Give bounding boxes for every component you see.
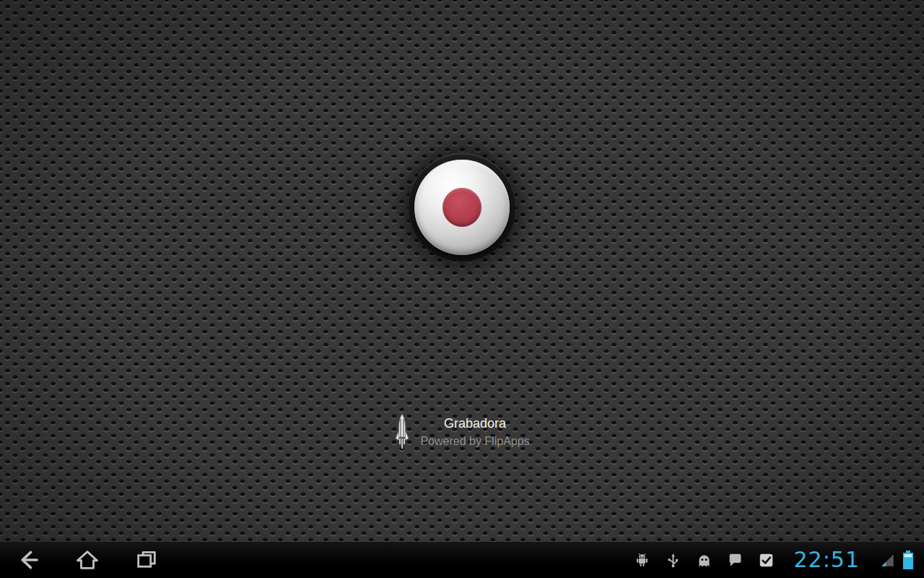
usb-debugging-icon [635,553,650,568]
battery-icon [902,551,914,569]
status-area[interactable]: 22:51 [635,542,924,578]
clock: 22:51 [794,542,860,578]
recent-apps-icon [134,548,159,572]
back-button[interactable] [10,542,46,578]
ghost-notification-icon [697,553,712,568]
rocket-logo-icon [394,413,410,451]
record-button-metal-ring [414,160,510,255]
back-icon [16,548,40,572]
usb-connected-icon [666,553,681,568]
app-title: Grabadora [420,414,529,433]
record-dot-icon [443,188,481,227]
recent-apps-button[interactable] [128,542,165,578]
chat-notification-icon [728,553,743,568]
app-subtitle: Powered by FlipApps [420,433,529,450]
system-navigation-bar: 22:51 [0,542,924,578]
recorder-app-screen: Grabadora Powered by FlipApps [0,0,924,578]
record-button[interactable] [408,153,516,262]
home-button[interactable] [69,542,105,578]
app-branding: Grabadora Powered by FlipApps [0,413,924,451]
home-icon [75,548,100,572]
brand-text: Grabadora Powered by FlipApps [420,414,529,450]
nav-buttons [0,542,165,578]
checkmark-notification-icon [759,553,774,568]
signal-strength-icon [880,553,895,568]
